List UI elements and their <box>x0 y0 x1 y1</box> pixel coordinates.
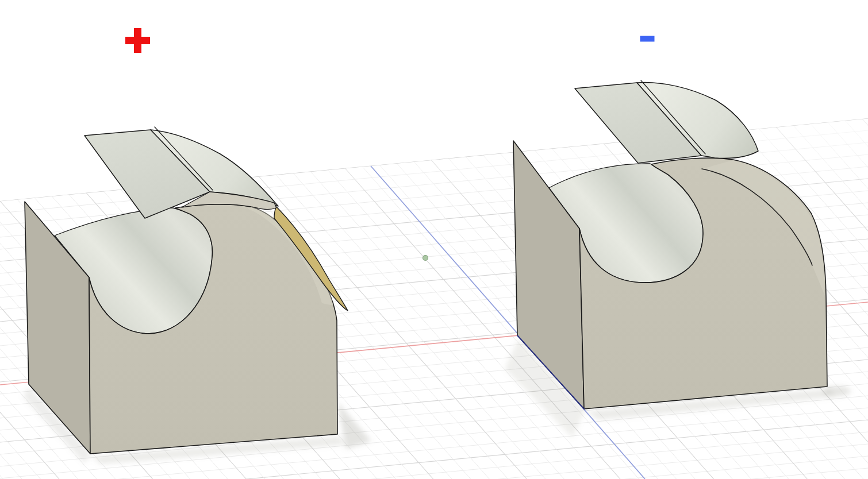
plus-annotation: + <box>125 28 150 53</box>
minus-icon <box>640 36 655 42</box>
plus-icon <box>125 28 150 53</box>
viewport-scene <box>0 0 868 479</box>
cad-viewport: + - <box>0 0 868 479</box>
origin-point[interactable] <box>423 256 428 261</box>
minus-annotation: - <box>640 36 655 42</box>
